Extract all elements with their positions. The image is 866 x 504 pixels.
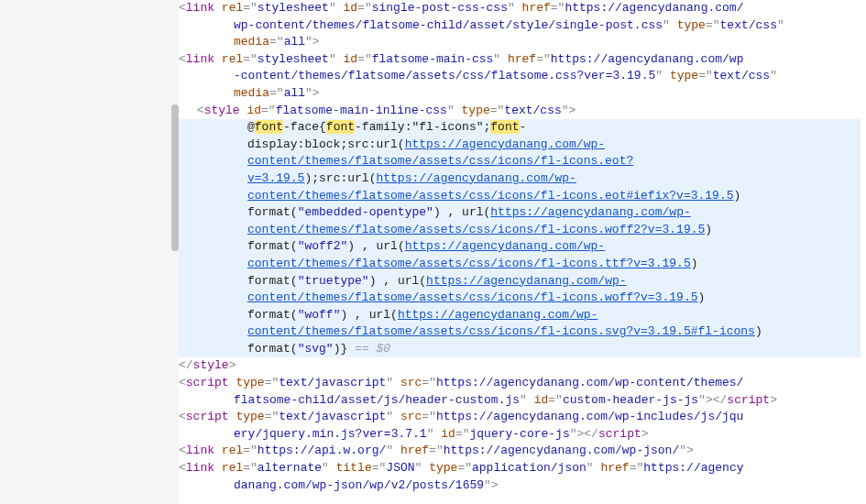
wrap: danang.com/wp-json/wp/v2/posts/1659"> bbox=[179, 477, 861, 495]
wrap: ery/jquery.min.js?ver=3.7.1" id="jquery-… bbox=[179, 426, 861, 444]
css-text: display:block;src:url(https://agencydana… bbox=[179, 137, 861, 204]
element-link[interactable]: <link rel="alternate" title="JSON" type=… bbox=[179, 460, 861, 477]
css-text: format("woff") , url(https://agencydanan… bbox=[179, 307, 861, 341]
collapse-arrow-icon[interactable]: ▼ bbox=[179, 103, 190, 120]
css-text: format("svg")} == $0 bbox=[179, 341, 861, 358]
css-text: format("woff2") , url(https://agencydana… bbox=[179, 238, 861, 272]
wrap: flatsome-child/asset/js/header-custom.js… bbox=[179, 392, 861, 410]
element-link[interactable]: <link rel="stylesheet" id="flatsome-main… bbox=[179, 51, 861, 69]
gutter: ••• bbox=[0, 0, 179, 504]
selected-node[interactable]: @font-face{font-family:"fl-icons";font- … bbox=[179, 119, 861, 357]
element-script[interactable]: <script type="text/javascript" src="http… bbox=[179, 375, 861, 392]
css-text: @font-face{font-family:"fl-icons";font- bbox=[179, 119, 861, 137]
css-text: format("truetype") , url(https://agencyd… bbox=[179, 273, 861, 307]
wrap: -content/themes/flatsome/assets/css/flat… bbox=[179, 68, 861, 85]
match-highlight: font bbox=[326, 120, 355, 134]
match-highlight: font bbox=[255, 120, 283, 134]
scrollbar-thumb[interactable] bbox=[171, 104, 179, 251]
element-style-open[interactable]: ▼ <style id="flatsome-main-inline-css" t… bbox=[179, 103, 861, 120]
wrap: wp-content/themes/flatsome-child/asset/s… bbox=[179, 17, 861, 35]
devtools-elements-panel: ••• <link rel="stylesheet" id="single-po… bbox=[0, 0, 866, 504]
element-link[interactable]: <link rel="stylesheet" id="single-post-c… bbox=[179, 0, 861, 17]
css-text: format("embedded-opentype") , url(https:… bbox=[179, 204, 861, 238]
element-script[interactable]: <script type="text/javascript" src="http… bbox=[179, 409, 861, 426]
wrap: media="all"> bbox=[179, 85, 861, 103]
source-code[interactable]: <link rel="stylesheet" id="single-post-c… bbox=[179, 0, 866, 504]
match-highlight: font bbox=[490, 120, 519, 134]
element-style-close[interactable]: </style> bbox=[179, 357, 861, 375]
wrap: media="all"> bbox=[179, 34, 861, 51]
dollar-zero: == $0 bbox=[347, 342, 390, 356]
element-link[interactable]: <link rel="https://api.w.org/" href="htt… bbox=[179, 443, 861, 460]
